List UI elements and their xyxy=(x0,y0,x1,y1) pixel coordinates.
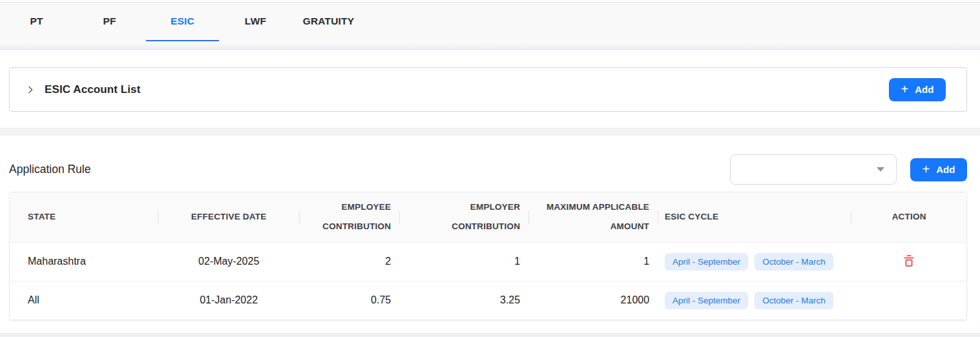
esic-cycle-pill: April - September xyxy=(665,292,748,309)
bottom-divider-strip xyxy=(0,333,980,337)
plus-icon: + xyxy=(923,163,930,176)
cell-maximum-applicable-amount: 21000 xyxy=(529,281,658,320)
cell-employer-contribution: 3.25 xyxy=(400,281,529,320)
table-row: Maharashtra 02-May-2025 2 1 1 April - Se… xyxy=(10,242,966,281)
chevron-right-icon[interactable] xyxy=(25,85,36,95)
table-header-row: STATE EFFECTIVE DATE EMPLOYEE CONTRIBUTI… xyxy=(10,192,966,242)
bottom-gap xyxy=(0,320,980,333)
cell-esic-cycle: April - September October - March xyxy=(658,281,851,320)
application-rule-add-button-label: Add xyxy=(936,164,955,175)
column-header-effective-date: EFFECTIVE DATE xyxy=(158,192,300,242)
cell-esic-cycle: April - September October - March xyxy=(658,242,851,281)
tab-lwf[interactable]: LWF xyxy=(219,3,292,41)
account-add-button-label: Add xyxy=(915,84,933,95)
column-header-action: ACTION xyxy=(851,192,966,242)
application-rule-add-button[interactable]: + Add xyxy=(910,158,967,181)
column-header-maximum-applicable-amount: MAXIMUM APPLICABLE AMOUNT xyxy=(529,192,658,242)
esic-account-list-card: ESIC Account List + Add xyxy=(9,67,967,112)
cell-effective-date: 02-May-2025 xyxy=(158,242,300,281)
application-rule-table: STATE EFFECTIVE DATE EMPLOYEE CONTRIBUTI… xyxy=(9,192,967,320)
application-rule-bar: Application Rule + Add xyxy=(9,154,967,185)
trash-icon xyxy=(902,254,915,268)
column-header-employer-contribution: EMPLOYER CONTRIBUTION xyxy=(400,192,529,242)
plus-icon: + xyxy=(901,83,909,96)
cell-state: All xyxy=(10,281,158,320)
esic-account-list-title: ESIC Account List xyxy=(45,83,140,96)
tab-esic[interactable]: ESIC xyxy=(146,3,219,41)
column-header-esic-cycle: ESIC CYCLE xyxy=(658,192,851,242)
tab-bar: PT PF ESIC LWF GRATUITY xyxy=(0,2,980,41)
application-rule-select[interactable] xyxy=(730,154,897,185)
cell-maximum-applicable-amount: 1 xyxy=(529,242,658,281)
application-rule-title: Application Rule xyxy=(9,163,90,176)
tab-gratuity[interactable]: GRATUITY xyxy=(292,3,365,41)
caret-down-icon xyxy=(877,167,884,172)
cell-employee-contribution: 0.75 xyxy=(300,281,401,320)
tab-pt[interactable]: PT xyxy=(0,3,73,41)
cell-action xyxy=(851,242,966,281)
cell-state: Maharashtra xyxy=(10,242,158,281)
cell-employee-contribution: 2 xyxy=(300,242,401,281)
tab-pf[interactable]: PF xyxy=(73,3,146,41)
account-add-button[interactable]: + Add xyxy=(889,78,946,101)
cell-effective-date: 01-Jan-2022 xyxy=(158,281,300,320)
section-divider-strip xyxy=(0,128,980,136)
esic-cycle-pill: April - September xyxy=(665,253,748,271)
esic-cycle-pill: October - March xyxy=(755,292,833,309)
delete-row-button[interactable] xyxy=(901,252,917,269)
cell-employer-contribution: 1 xyxy=(400,242,529,281)
tabbar-shadow-divider xyxy=(0,41,980,50)
column-header-state: STATE xyxy=(10,192,158,242)
column-header-employee-contribution: EMPLOYEE CONTRIBUTION xyxy=(300,192,401,242)
table-row: All 01-Jan-2022 0.75 3.25 21000 April - … xyxy=(10,281,966,320)
esic-cycle-pill: October - March xyxy=(755,253,833,271)
cell-action-empty xyxy=(851,281,966,320)
